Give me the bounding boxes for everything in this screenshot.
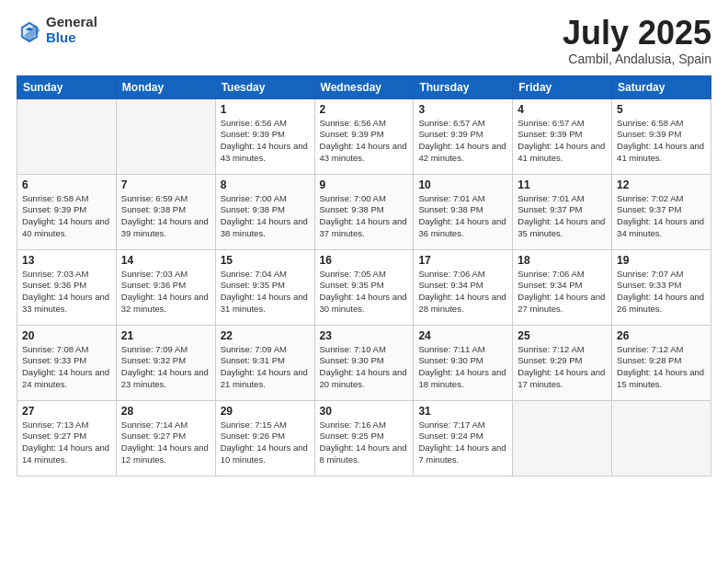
day-number: 7 bbox=[121, 178, 210, 191]
title-month: July 2025 bbox=[563, 15, 711, 52]
logo-general: General bbox=[46, 15, 97, 30]
day-detail: Sunrise: 6:57 AM Sunset: 9:39 PM Dayligh… bbox=[518, 118, 607, 165]
calendar-day-cell bbox=[612, 400, 711, 476]
day-detail: Sunrise: 7:00 AM Sunset: 9:38 PM Dayligh… bbox=[221, 193, 310, 240]
day-number: 24 bbox=[418, 329, 507, 342]
calendar-day-cell: 17Sunrise: 7:06 AM Sunset: 9:34 PM Dayli… bbox=[414, 249, 513, 325]
day-detail: Sunrise: 6:56 AM Sunset: 9:39 PM Dayligh… bbox=[320, 118, 409, 165]
calendar-day-cell: 10Sunrise: 7:01 AM Sunset: 9:38 PM Dayli… bbox=[414, 174, 513, 249]
day-detail: Sunrise: 7:03 AM Sunset: 9:36 PM Dayligh… bbox=[121, 269, 210, 316]
calendar-day-cell: 21Sunrise: 7:09 AM Sunset: 9:32 PM Dayli… bbox=[116, 325, 215, 400]
day-detail: Sunrise: 6:58 AM Sunset: 9:39 PM Dayligh… bbox=[22, 193, 111, 240]
calendar-day-cell: 2Sunrise: 6:56 AM Sunset: 9:39 PM Daylig… bbox=[314, 98, 414, 174]
day-number: 23 bbox=[320, 329, 409, 342]
calendar-day-cell: 23Sunrise: 7:10 AM Sunset: 9:30 PM Dayli… bbox=[314, 325, 414, 400]
day-detail: Sunrise: 7:09 AM Sunset: 9:32 PM Dayligh… bbox=[121, 344, 210, 391]
calendar-week-row: 13Sunrise: 7:03 AM Sunset: 9:36 PM Dayli… bbox=[17, 249, 711, 325]
day-detail: Sunrise: 7:10 AM Sunset: 9:30 PM Dayligh… bbox=[320, 344, 409, 391]
calendar-day-cell bbox=[17, 98, 117, 174]
calendar-day-cell: 14Sunrise: 7:03 AM Sunset: 9:36 PM Dayli… bbox=[116, 249, 215, 325]
day-detail: Sunrise: 6:57 AM Sunset: 9:39 PM Dayligh… bbox=[418, 118, 507, 165]
calendar-day-cell: 4Sunrise: 6:57 AM Sunset: 9:39 PM Daylig… bbox=[513, 98, 612, 174]
day-number: 31 bbox=[418, 405, 507, 418]
header: General Blue July 2025 Cambil, Andalusia… bbox=[17, 15, 711, 66]
day-number: 13 bbox=[22, 254, 111, 267]
calendar-day-cell: 25Sunrise: 7:12 AM Sunset: 9:29 PM Dayli… bbox=[513, 325, 612, 400]
calendar-day-cell: 31Sunrise: 7:17 AM Sunset: 9:24 PM Dayli… bbox=[414, 400, 513, 476]
day-number: 16 bbox=[320, 254, 409, 267]
logo-icon bbox=[17, 17, 42, 43]
calendar-day-cell: 13Sunrise: 7:03 AM Sunset: 9:36 PM Dayli… bbox=[17, 249, 117, 325]
calendar-week-row: 27Sunrise: 7:13 AM Sunset: 9:27 PM Dayli… bbox=[17, 400, 711, 476]
day-number: 4 bbox=[518, 103, 607, 116]
calendar-day-cell: 26Sunrise: 7:12 AM Sunset: 9:28 PM Dayli… bbox=[612, 325, 711, 400]
day-number: 26 bbox=[617, 329, 706, 342]
day-number: 3 bbox=[418, 103, 507, 116]
day-detail: Sunrise: 7:17 AM Sunset: 9:24 PM Dayligh… bbox=[418, 419, 507, 466]
calendar-day-cell: 1Sunrise: 6:56 AM Sunset: 9:39 PM Daylig… bbox=[215, 98, 314, 174]
calendar-day-cell: 16Sunrise: 7:05 AM Sunset: 9:35 PM Dayli… bbox=[314, 249, 414, 325]
calendar-day-cell bbox=[513, 400, 612, 476]
calendar-week-row: 6Sunrise: 6:58 AM Sunset: 9:39 PM Daylig… bbox=[17, 174, 711, 249]
day-detail: Sunrise: 7:08 AM Sunset: 9:33 PM Dayligh… bbox=[22, 344, 111, 391]
title-location: Cambil, Andalusia, Spain bbox=[563, 52, 711, 66]
day-detail: Sunrise: 7:01 AM Sunset: 9:38 PM Dayligh… bbox=[418, 193, 507, 240]
day-detail: Sunrise: 7:07 AM Sunset: 9:33 PM Dayligh… bbox=[617, 269, 706, 316]
day-number: 30 bbox=[320, 405, 409, 418]
day-of-week-header: Thursday bbox=[414, 75, 513, 98]
day-number: 6 bbox=[22, 178, 111, 191]
day-detail: Sunrise: 7:06 AM Sunset: 9:34 PM Dayligh… bbox=[418, 269, 507, 316]
day-detail: Sunrise: 7:04 AM Sunset: 9:35 PM Dayligh… bbox=[221, 269, 310, 316]
day-number: 22 bbox=[221, 329, 310, 342]
day-detail: Sunrise: 7:12 AM Sunset: 9:28 PM Dayligh… bbox=[617, 344, 706, 391]
day-number: 19 bbox=[617, 254, 706, 267]
calendar-day-cell: 9Sunrise: 7:00 AM Sunset: 9:38 PM Daylig… bbox=[314, 174, 414, 249]
day-number: 14 bbox=[121, 254, 210, 267]
day-number: 28 bbox=[121, 405, 210, 418]
day-of-week-header: Monday bbox=[116, 75, 215, 98]
calendar-day-cell: 3Sunrise: 6:57 AM Sunset: 9:39 PM Daylig… bbox=[414, 98, 513, 174]
day-number: 17 bbox=[418, 254, 507, 267]
day-number: 27 bbox=[22, 405, 111, 418]
day-number: 1 bbox=[221, 103, 310, 116]
calendar-day-cell: 8Sunrise: 7:00 AM Sunset: 9:38 PM Daylig… bbox=[215, 174, 314, 249]
logo-blue: Blue bbox=[46, 30, 97, 46]
day-detail: Sunrise: 6:58 AM Sunset: 9:39 PM Dayligh… bbox=[617, 118, 706, 165]
calendar-day-cell: 12Sunrise: 7:02 AM Sunset: 9:37 PM Dayli… bbox=[612, 174, 711, 249]
calendar-day-cell: 7Sunrise: 6:59 AM Sunset: 9:38 PM Daylig… bbox=[116, 174, 215, 249]
day-number: 11 bbox=[518, 178, 607, 191]
day-detail: Sunrise: 6:59 AM Sunset: 9:38 PM Dayligh… bbox=[121, 193, 210, 240]
day-number: 5 bbox=[617, 103, 706, 116]
day-detail: Sunrise: 7:00 AM Sunset: 9:38 PM Dayligh… bbox=[320, 193, 409, 240]
day-detail: Sunrise: 7:09 AM Sunset: 9:31 PM Dayligh… bbox=[221, 344, 310, 391]
calendar-day-cell: 19Sunrise: 7:07 AM Sunset: 9:33 PM Dayli… bbox=[612, 249, 711, 325]
day-number: 18 bbox=[518, 254, 607, 267]
calendar-day-cell: 29Sunrise: 7:15 AM Sunset: 9:26 PM Dayli… bbox=[215, 400, 314, 476]
day-number: 12 bbox=[617, 178, 706, 191]
day-detail: Sunrise: 7:06 AM Sunset: 9:34 PM Dayligh… bbox=[518, 269, 607, 316]
calendar-week-row: 20Sunrise: 7:08 AM Sunset: 9:33 PM Dayli… bbox=[17, 325, 711, 400]
calendar-day-cell bbox=[116, 98, 215, 174]
calendar-day-cell: 24Sunrise: 7:11 AM Sunset: 9:30 PM Dayli… bbox=[414, 325, 513, 400]
page: General Blue July 2025 Cambil, Andalusia… bbox=[0, 0, 728, 563]
calendar-table: SundayMondayTuesdayWednesdayThursdayFrid… bbox=[17, 75, 711, 477]
day-number: 15 bbox=[221, 254, 310, 267]
calendar-week-row: 1Sunrise: 6:56 AM Sunset: 9:39 PM Daylig… bbox=[17, 98, 711, 174]
day-of-week-header: Sunday bbox=[17, 75, 117, 98]
day-number: 10 bbox=[418, 178, 507, 191]
calendar-day-cell: 18Sunrise: 7:06 AM Sunset: 9:34 PM Dayli… bbox=[513, 249, 612, 325]
calendar-day-cell: 27Sunrise: 7:13 AM Sunset: 9:27 PM Dayli… bbox=[17, 400, 117, 476]
day-number: 9 bbox=[320, 178, 409, 191]
calendar-day-cell: 22Sunrise: 7:09 AM Sunset: 9:31 PM Dayli… bbox=[215, 325, 314, 400]
day-detail: Sunrise: 6:56 AM Sunset: 9:39 PM Dayligh… bbox=[221, 118, 310, 165]
calendar-day-cell: 28Sunrise: 7:14 AM Sunset: 9:27 PM Dayli… bbox=[116, 400, 215, 476]
day-of-week-header: Tuesday bbox=[215, 75, 314, 98]
calendar-day-cell: 11Sunrise: 7:01 AM Sunset: 9:37 PM Dayli… bbox=[513, 174, 612, 249]
day-detail: Sunrise: 7:03 AM Sunset: 9:36 PM Dayligh… bbox=[22, 269, 111, 316]
day-detail: Sunrise: 7:13 AM Sunset: 9:27 PM Dayligh… bbox=[22, 419, 111, 466]
day-number: 29 bbox=[221, 405, 310, 418]
calendar-header-row: SundayMondayTuesdayWednesdayThursdayFrid… bbox=[17, 75, 711, 98]
day-number: 2 bbox=[320, 103, 409, 116]
day-detail: Sunrise: 7:02 AM Sunset: 9:37 PM Dayligh… bbox=[617, 193, 706, 240]
logo: General Blue bbox=[17, 15, 97, 45]
